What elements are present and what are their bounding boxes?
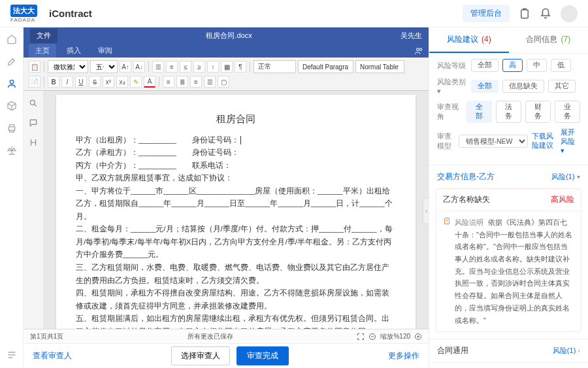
logo-sub: FADADA [10, 17, 37, 23]
risk-type-other[interactable]: 其它 [548, 80, 576, 93]
table-style-box[interactable]: Normal Table [355, 60, 404, 73]
font-family-select[interactable]: 微软雅黑 [48, 60, 88, 73]
risk-level-low[interactable]: 低 [551, 59, 571, 72]
review-view-business[interactable]: 业务 [555, 101, 580, 123]
admin-backend-button[interactable]: 管理后台 [463, 5, 510, 22]
fit-width-icon[interactable] [357, 333, 365, 341]
increase-font-icon[interactable]: A↑ [120, 61, 131, 73]
align-center-icon[interactable]: ≣ [176, 76, 188, 88]
comment-icon[interactable] [29, 118, 38, 127]
copy-icon[interactable]: 📋 [29, 61, 41, 73]
line-spacing-icon[interactable]: ↕ [207, 61, 219, 73]
share-users-icon[interactable] [414, 46, 423, 56]
collapse-panel-handle[interactable]: › [423, 198, 429, 224]
review-view-all[interactable]: 全部 [466, 101, 492, 123]
select-reviewer-button[interactable]: 选择审查人 [171, 346, 230, 365]
statusbar: 第1页共1页 所有更改已保存 缩放%120 [24, 329, 429, 343]
section-party-info[interactable]: 交易方信息-乙方 风险(1) ▾ [429, 165, 588, 188]
heading-icon[interactable] [29, 138, 38, 147]
paste-icon[interactable]: 📄 [29, 76, 41, 88]
align-right-icon[interactable]: ≡ [190, 76, 202, 88]
subscript-icon[interactable]: x₂ [116, 76, 128, 88]
search-icon[interactable] [29, 99, 38, 108]
scale-icon[interactable] [7, 145, 17, 156]
shading-icon[interactable]: ▦ [221, 61, 233, 73]
more-operations-link[interactable]: 更多操作 [388, 350, 419, 361]
underline-icon[interactable]: U [75, 76, 87, 88]
number-list-icon[interactable]: ≡ [166, 61, 178, 73]
page-indicator: 第1页共1页 [30, 332, 63, 341]
show-marks-icon[interactable]: ¶ [235, 61, 246, 73]
avatar[interactable] [561, 5, 578, 22]
person-icon[interactable] [7, 78, 17, 89]
svg-point-1 [10, 80, 13, 84]
risk-level-label: 风险等级 [437, 61, 467, 71]
clipboard-icon[interactable] [519, 8, 531, 20]
view-reviewers-link[interactable]: 查看审查人 [33, 350, 72, 361]
edit-icon[interactable] [7, 56, 17, 67]
bullet-list-icon[interactable]: ☰ [152, 61, 164, 73]
risk-card[interactable]: 乙方名称缺失 高风险 风险说明 依据《民法典》第四百七十条："合同中一般包括当事… [436, 188, 581, 332]
risk-level-badge: 高风险 [551, 194, 574, 205]
zoom-level: 缩放%120 [380, 332, 410, 341]
cube-icon[interactable] [7, 101, 17, 111]
indent-icon[interactable]: ≥ [193, 61, 205, 73]
document-page[interactable]: 租房合同 甲方（出租房）：_________ 身份证号码： 乙方（承租方）：__… [56, 95, 416, 329]
strike-icon[interactable]: S̶ [89, 76, 101, 88]
editor-column: 文件 租房合同.docx 吴先生 主页 插入 审阅 📋 微软雅黑 五号 A↑ A… [24, 27, 429, 368]
risk-type-missing[interactable]: 信息缺失 [502, 80, 544, 93]
risk-level-high[interactable]: 高 [502, 59, 523, 72]
home-icon[interactable] [7, 34, 17, 44]
svg-point-4 [419, 48, 422, 51]
top-header: 法大大 FADADA iContract 管理后台 [0, 0, 588, 27]
risk-level-all[interactable]: 全部 [471, 59, 498, 72]
section-general[interactable]: 合同通用 风险(1) › [429, 339, 588, 362]
tab-contract-info[interactable]: 合同信息 (7) [509, 27, 589, 53]
bell-icon[interactable] [540, 8, 551, 20]
decrease-font-icon[interactable]: A↓ [133, 61, 145, 73]
finish-review-button[interactable]: 审查完成 [237, 346, 289, 365]
review-view-finance[interactable]: 财务 [525, 101, 551, 123]
review-view-legal[interactable]: 法务 [496, 101, 521, 123]
align-justify-icon[interactable]: ☰ [204, 76, 216, 88]
default-paragraph-box[interactable]: Default Paragra [298, 60, 353, 73]
text-cursor [240, 136, 241, 144]
risk-text: 依据《民法典》第四百七十条："合同中一般包括当事人的姓名或者名称"。"合同中一般… [455, 218, 572, 324]
tab-insert[interactable]: 插入 [60, 44, 88, 58]
tab-home[interactable]: 主页 [29, 44, 56, 58]
align-left-icon[interactable]: ≡ [163, 76, 174, 88]
border-icon[interactable]: ▢ [218, 76, 229, 88]
tab-review[interactable]: 审阅 [91, 44, 119, 58]
superscript-icon[interactable]: x² [103, 76, 114, 88]
menu-collapse-icon[interactable] [7, 350, 17, 360]
zoom-out-icon[interactable] [368, 333, 376, 341]
outdent-icon[interactable]: ≤ [180, 61, 191, 73]
expand-risks-link[interactable]: 展开风险 ▾ [561, 128, 580, 154]
font-color-icon[interactable]: A [144, 76, 155, 88]
paragraph-style-box[interactable]: 正常 [253, 60, 296, 73]
section-delivery[interactable]: 交付与运输 风险(1) › [429, 362, 588, 368]
right-panel: › 风险建议 (4) 合同信息 (7) 风险等级 全部 高 中 低 风险类别▾ … [429, 27, 588, 368]
bottom-action-bar: 查看审查人 选择审查人 审查完成 更多操作 [24, 343, 429, 368]
review-model-select[interactable]: 销售模型-NEW [459, 135, 528, 148]
file-menu-tab[interactable]: 文件 [30, 29, 57, 44]
zoom-in-icon[interactable] [414, 333, 422, 341]
editor-titlebar: 文件 租房合同.docx 吴先生 [24, 27, 429, 43]
italic-icon[interactable]: I [61, 76, 73, 88]
risk-tag: 风险说明 [455, 218, 483, 226]
logo-mark: 法大大 [10, 5, 37, 17]
document-body: 甲方（出租房）：_________ 身份证号码： 乙方（承租方）：_______… [76, 134, 396, 329]
filters: 风险等级 全部 高 中 低 风险类别▾ 全部 信息缺失 其它 审查视角 全部 法… [429, 54, 588, 165]
printer-icon[interactable] [7, 123, 17, 133]
download-risks-link[interactable]: 下载风险建议 [532, 132, 557, 150]
risk-level-mid[interactable]: 中 [527, 59, 547, 72]
panel-tabs: 风险建议 (4) 合同信息 (7) [429, 27, 588, 54]
editor-side-rail [24, 91, 43, 329]
svg-rect-2 [8, 127, 14, 130]
tab-risk-suggestions[interactable]: 风险建议 (4) [429, 27, 509, 53]
document-scroll[interactable]: 租房合同 甲方（出租房）：_________ 身份证号码： 乙方（承租方）：__… [43, 91, 429, 329]
highlight-icon[interactable]: ✎ [130, 76, 142, 88]
risk-type-all[interactable]: 全部 [471, 80, 498, 93]
font-size-select[interactable]: 五号 [90, 60, 118, 73]
bold-icon[interactable]: B [48, 76, 59, 88]
